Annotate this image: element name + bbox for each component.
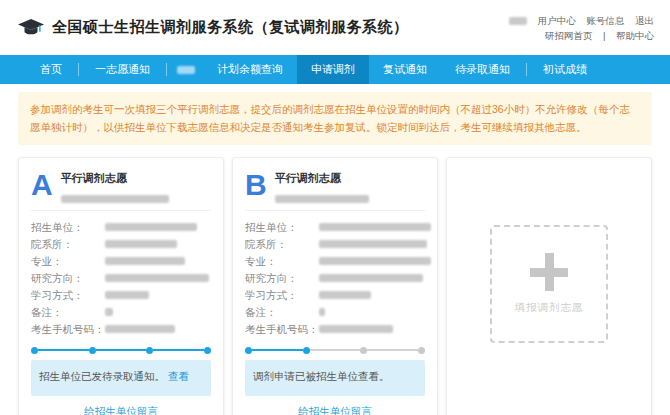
logout-link[interactable]: 退出 [635, 15, 654, 26]
nav-item-initial-scores[interactable]: 初试成绩 [529, 55, 601, 84]
field-value-redacted [319, 240, 427, 248]
timestamp-redacted [275, 195, 369, 203]
field-list: 招生单位： 院系所： 专业： 研究方向： 学习方式： 备注： 考生手机号码： [31, 219, 211, 338]
progress-dot [204, 347, 211, 354]
preference-cards-row: A 平行调剂志愿 招生单位： 院系所： 专业： 研究方向： 学习方式： 备注： … [18, 157, 652, 415]
field-row: 招生单位： [245, 219, 425, 236]
card-title: 平行调剂志愿 [275, 171, 369, 186]
progress-dot [360, 347, 367, 354]
field-row: 备注： [31, 304, 211, 321]
preference-card-b: B 平行调剂志愿 招生单位： 院系所： 专业： 研究方向： 学习方式： 备注： … [232, 157, 438, 415]
field-row: 学习方式： [31, 287, 211, 304]
message-to-unit-link[interactable]: 给招生单位留言 [84, 405, 158, 415]
page-title: 全国硕士生招生调剂服务系统（复试调剂服务系统） [52, 18, 409, 37]
field-row: 研究方向： [245, 270, 425, 287]
nav-separator [78, 63, 79, 76]
link-separator: | [603, 30, 605, 41]
status-box: 招生单位已发待录取通知。 查看 [31, 360, 211, 396]
app-header: 全国硕士生招生调剂服务系统（复试调剂服务系统） 用户中心 账号信息 退出 研招网… [0, 0, 670, 55]
view-link[interactable]: 查看 [168, 370, 189, 382]
field-row: 考生手机号码： [31, 321, 211, 338]
field-row: 备注： [245, 304, 425, 321]
status-text: 调剂申请已被招生单位查看。 [253, 370, 390, 382]
nav-item-apply-adjustment[interactable]: 申请调剂 [297, 55, 369, 84]
progress-dot [89, 347, 96, 354]
progress-dot [303, 347, 310, 354]
progress-dot [146, 347, 153, 354]
add-preference-label: 填报调剂志愿 [515, 301, 584, 315]
field-row: 院系所： [31, 236, 211, 253]
nav-item-retest-notice[interactable]: 复试通知 [369, 55, 441, 84]
help-center-link[interactable]: 帮助中心 [616, 30, 654, 41]
field-value-redacted [105, 308, 113, 316]
field-value-redacted [105, 223, 197, 231]
nav-item-plan-balance-query[interactable]: 计划余额查询 [203, 55, 297, 84]
progress-dot [245, 347, 252, 354]
status-text: 招生单位已发待录取通知。 [39, 370, 165, 382]
field-row: 研究方向： [31, 270, 211, 287]
field-value-redacted [105, 325, 175, 333]
nav-item-redacted[interactable] [169, 55, 203, 84]
nav-item-home[interactable]: 首页 [26, 55, 76, 84]
field-value-redacted [319, 325, 393, 333]
yanzhao-home-link[interactable]: 研招网首页 [545, 30, 593, 41]
field-row: 学习方式： [245, 287, 425, 304]
nav-separator [166, 63, 167, 76]
adjustment-rules-notice: 参加调剂的考生可一次填报三个平行调剂志愿，提交后的调剂志愿在招生单位设置的时间内… [18, 92, 652, 145]
preference-card-a: A 平行调剂志愿 招生单位： 院系所： 专业： 研究方向： 学习方式： 备注： … [18, 157, 224, 415]
field-value-redacted [319, 274, 423, 282]
field-row: 专业： [245, 253, 425, 270]
field-value-redacted [105, 274, 209, 282]
preference-card-empty: 填报调剂志愿 [446, 157, 652, 415]
field-value-redacted [319, 257, 431, 265]
field-value-redacted [105, 257, 185, 265]
field-value-redacted [105, 240, 177, 248]
card-title: 平行调剂志愿 [61, 171, 169, 186]
field-row: 专业： [31, 253, 211, 270]
field-row: 院系所： [245, 236, 425, 253]
nav-separator [526, 63, 527, 76]
add-preference-button[interactable]: 填报调剂志愿 [490, 225, 608, 343]
progress-steps [245, 347, 425, 354]
main-nav: 首页 一志愿通知 计划余额查询 申请调剂 复试通知 待录取通知 初试成绩 [0, 55, 670, 84]
progress-dot [418, 347, 425, 354]
message-to-unit-link[interactable]: 给招生单位留言 [298, 405, 372, 415]
card-letter: A [31, 168, 53, 204]
field-value-redacted [319, 308, 325, 316]
field-row: 考生手机号码： [245, 321, 425, 338]
account-info-link[interactable]: 账号信息 [586, 15, 624, 26]
progress-steps [31, 347, 211, 354]
plus-icon [530, 253, 568, 291]
graduation-cap-icon [18, 19, 44, 37]
user-center-link[interactable]: 用户中心 [538, 15, 576, 26]
username-redacted [509, 17, 527, 25]
progress-dot [31, 347, 38, 354]
nav-item-first-choice-notice[interactable]: 一志愿通知 [81, 55, 164, 84]
nav-item-pending-admission-notice[interactable]: 待录取通知 [441, 55, 524, 84]
field-value-redacted [319, 291, 371, 299]
card-letter: B [245, 168, 267, 204]
field-list: 招生单位： 院系所： 专业： 研究方向： 学习方式： 备注： 考生手机号码： [245, 219, 425, 338]
field-value-redacted [319, 223, 431, 231]
status-box: 调剂申请已被招生单位查看。 [245, 360, 425, 396]
field-row: 招生单位： [31, 219, 211, 236]
timestamp-redacted [61, 195, 169, 203]
field-value-redacted [105, 291, 149, 299]
